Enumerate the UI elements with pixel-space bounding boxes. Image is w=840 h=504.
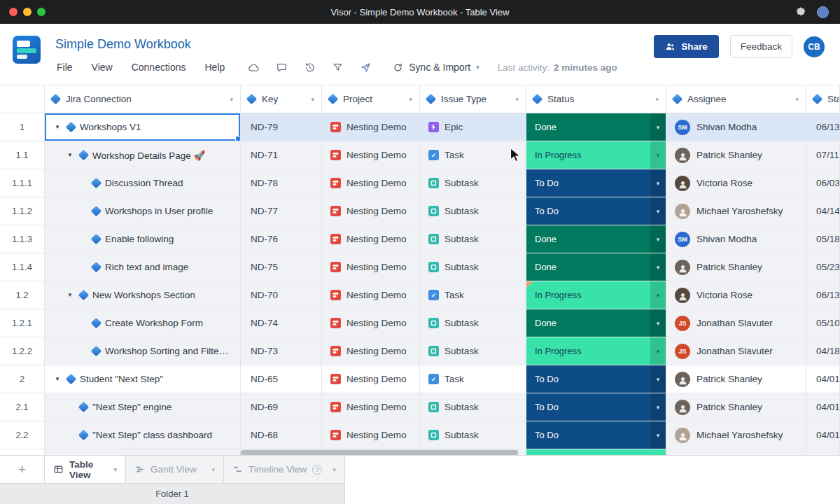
menu-view[interactable]: View xyxy=(92,62,113,73)
key-cell[interactable]: ND-71 xyxy=(241,141,322,169)
help-icon[interactable]: ? xyxy=(312,465,322,475)
task-name-cell[interactable]: ▼Create Workshop Form xyxy=(45,309,241,337)
menu-help[interactable]: Help xyxy=(204,62,225,73)
chevron-down-icon[interactable]: ▾ xyxy=(113,466,117,473)
horizontal-scrollbar[interactable] xyxy=(241,450,518,455)
status-dropdown-chevron[interactable]: ▾ xyxy=(650,393,666,421)
status-dropdown-chevron[interactable]: ▾ xyxy=(650,169,666,197)
assignee-cell[interactable]: Patrick Shanley xyxy=(666,365,806,393)
chevron-down-icon[interactable]: ▾ xyxy=(791,96,799,103)
task-name-cell[interactable]: ▼Discussion Thread xyxy=(45,169,241,197)
status-dropdown-chevron[interactable]: ▾ xyxy=(650,197,666,225)
assignee-cell[interactable]: Michael Yaroshefsky xyxy=(666,197,806,225)
chevron-down-icon[interactable]: ▾ xyxy=(307,96,314,103)
menu-connections[interactable]: Connections xyxy=(132,62,186,73)
assignee-cell[interactable]: Patrick Shanley xyxy=(666,393,806,421)
start-date-cell[interactable]: 04/14 xyxy=(806,197,840,225)
column-header-issue-type[interactable]: Issue Type▾ xyxy=(420,85,526,113)
status-cell[interactable]: Done▾ xyxy=(526,225,666,253)
chevron-down-icon[interactable]: ▾ xyxy=(651,96,659,103)
menu-file[interactable]: File xyxy=(57,62,73,73)
status-dropdown-chevron[interactable]: ▾ xyxy=(650,337,666,365)
project-cell[interactable]: Nesting Demo xyxy=(322,365,420,393)
column-header-status[interactable]: Status▾ xyxy=(526,85,666,113)
key-cell[interactable]: ND-77 xyxy=(241,197,322,225)
start-date-cell[interactable]: 04/18 xyxy=(806,337,840,365)
column-header-key[interactable]: Key▾ xyxy=(241,85,322,113)
tab-gantt-view[interactable]: Gantt View▾ xyxy=(126,456,224,483)
status-cell[interactable]: To Do▾ xyxy=(526,393,666,421)
tab-table-view[interactable]: Table View▾ xyxy=(45,456,126,483)
chevron-down-icon[interactable]: ▾ xyxy=(511,96,519,103)
row-number[interactable]: 1.2.2 xyxy=(0,337,45,365)
project-cell[interactable]: Nesting Demo xyxy=(322,141,420,169)
project-cell[interactable]: Nesting Demo xyxy=(322,169,420,197)
issue-type-cell[interactable]: Epic xyxy=(420,113,526,141)
column-header-project[interactable]: Project▾ xyxy=(322,85,420,113)
issue-type-cell[interactable]: Subtask xyxy=(420,197,526,225)
task-name-cell[interactable]: ▼"Next Step" class dashboard xyxy=(45,421,241,449)
issue-type-cell[interactable]: Subtask xyxy=(420,253,526,281)
task-name-cell[interactable]: ▼"Next Step" engine xyxy=(45,393,241,421)
start-date-cell[interactable]: 07/11 xyxy=(806,141,840,169)
row-number[interactable]: 1.1.1 xyxy=(0,169,45,197)
tab-timeline-view[interactable]: Timeline View?▾ xyxy=(224,456,345,483)
status-cell[interactable]: In Progress▾ xyxy=(526,281,666,309)
task-name-cell[interactable]: ▼Workshop Details Page 🚀 xyxy=(45,141,241,169)
row-number[interactable]: 1.1.2 xyxy=(0,197,45,225)
column-header-jira-connection[interactable]: Jira Connection▾ xyxy=(45,85,241,113)
key-cell[interactable]: ND-73 xyxy=(241,337,322,365)
project-cell[interactable]: Nesting Demo xyxy=(322,337,420,365)
row-number[interactable]: 1.2 xyxy=(0,281,45,309)
project-cell[interactable]: Nesting Demo xyxy=(322,253,420,281)
status-dropdown-chevron[interactable]: ▾ xyxy=(650,421,666,449)
start-date-cell[interactable]: 06/03 xyxy=(806,169,840,197)
key-cell[interactable]: ND-65 xyxy=(241,365,322,393)
start-date-cell[interactable]: 04/01 xyxy=(806,421,840,449)
project-cell[interactable]: Nesting Demo xyxy=(322,113,420,141)
row-number[interactable]: 1 xyxy=(0,113,45,141)
status-cell[interactable]: Done▾ xyxy=(526,113,666,141)
task-name-cell[interactable]: ▼Workshop Sorting and Filte… xyxy=(45,337,241,365)
column-header-sta[interactable]: Sta▾ xyxy=(806,85,840,113)
assignee-cell[interactable]: Patrick Shanley xyxy=(666,253,806,281)
folder-tab[interactable]: Folder 1 xyxy=(0,483,345,504)
key-cell[interactable]: ND-79 xyxy=(241,113,322,141)
assignee-cell[interactable]: Victoria Rose xyxy=(666,169,806,197)
start-date-cell[interactable]: 05/23 xyxy=(806,253,840,281)
start-date-cell[interactable]: 06/13 xyxy=(806,113,840,141)
status-cell[interactable]: In Progress▾ xyxy=(526,337,666,365)
status-cell[interactable]: To Do▾ xyxy=(526,169,666,197)
status-dropdown-chevron[interactable]: ▾ xyxy=(650,225,666,253)
assignee-cell[interactable]: Victoria Rose xyxy=(666,281,806,309)
start-date-cell[interactable]: 06/13 xyxy=(806,281,840,309)
feedback-button[interactable]: Feedback xyxy=(730,35,792,58)
status-dropdown-chevron[interactable]: ▾ xyxy=(650,253,666,281)
status-dropdown-chevron[interactable]: ▾ xyxy=(650,309,666,337)
status-dropdown-chevron[interactable]: ▾ xyxy=(650,281,666,309)
project-cell[interactable]: Nesting Demo xyxy=(322,225,420,253)
extensions-icon[interactable] xyxy=(795,6,806,18)
send-icon[interactable] xyxy=(360,62,372,74)
row-number[interactable]: 1.1.4 xyxy=(0,253,45,281)
history-icon[interactable] xyxy=(304,62,316,74)
status-cell[interactable]: To Do▾ xyxy=(526,421,666,449)
status-cell[interactable]: In Progress▾ xyxy=(526,141,666,169)
browser-profile-avatar[interactable] xyxy=(817,6,829,18)
status-cell[interactable]: Done▾ xyxy=(526,253,666,281)
share-button[interactable]: Share xyxy=(654,35,719,58)
chevron-down-icon[interactable]: ▾ xyxy=(211,466,215,473)
issue-type-cell[interactable]: ✓Task xyxy=(420,281,526,309)
issue-type-cell[interactable]: Subtask xyxy=(420,337,526,365)
project-cell[interactable]: Nesting Demo xyxy=(322,197,420,225)
assignee-cell[interactable]: Patrick Shanley xyxy=(666,141,806,169)
project-cell[interactable]: Nesting Demo xyxy=(322,421,420,449)
minimize-window-button[interactable] xyxy=(23,8,31,16)
project-cell[interactable]: Nesting Demo xyxy=(322,281,420,309)
project-cell[interactable]: Nesting Demo xyxy=(322,393,420,421)
assignee-cell[interactable]: Michael Yaroshefsky xyxy=(666,421,806,449)
key-cell[interactable]: ND-78 xyxy=(241,169,322,197)
add-view-button[interactable]: + xyxy=(0,456,45,483)
key-cell[interactable]: ND-70 xyxy=(241,281,322,309)
project-cell[interactable]: Nesting Demo xyxy=(322,309,420,337)
